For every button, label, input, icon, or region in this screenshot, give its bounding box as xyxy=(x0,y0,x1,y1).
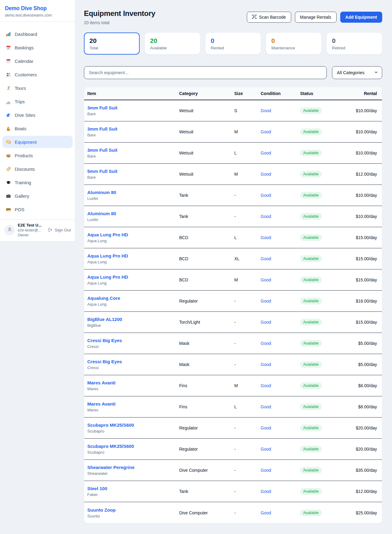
item-cell: Suunto ZoopSuunto xyxy=(87,507,179,518)
stat-card-retired[interactable]: 0Retired xyxy=(326,32,382,55)
sidebar-item-customers[interactable]: Customers xyxy=(2,68,73,81)
manage-rentals-button[interactable]: Manage Rentals xyxy=(295,12,337,23)
condition-link[interactable]: Good xyxy=(261,299,300,303)
item-name-link[interactable]: Aluminum 80 xyxy=(87,190,179,195)
status-badge: Available xyxy=(300,107,322,114)
item-cell: Aqualung CoreAqua Lung xyxy=(87,296,179,307)
graduation-cap-icon xyxy=(6,180,11,185)
bar-chart-icon xyxy=(6,31,11,37)
condition-link[interactable]: Good xyxy=(261,425,300,430)
shop-name[interactable]: Demo Dive Shop xyxy=(5,5,70,12)
sign-out-button[interactable]: Sign Out xyxy=(48,227,71,233)
barcode-scan-icon xyxy=(252,14,257,20)
condition-link[interactable]: Good xyxy=(261,256,300,261)
sidebar-item-equipment[interactable]: Equipment xyxy=(2,136,73,148)
sidebar-item-label: Training xyxy=(15,180,31,185)
item-name-link[interactable]: BigBlue AL1200 xyxy=(87,317,179,322)
stat-card-rented[interactable]: 0Rented xyxy=(205,32,261,55)
table-row: Aqua Lung Pro HDAqua LungBCDMGoodAvailab… xyxy=(84,269,382,291)
category-select[interactable]: All Categories xyxy=(332,66,382,79)
condition-link[interactable]: Good xyxy=(261,404,300,409)
item-cell: Aqua Lung Pro HDAqua Lung xyxy=(87,274,179,285)
item-name-link[interactable]: Mares Avanti xyxy=(87,401,179,406)
item-name-link[interactable]: Aluminum 80 xyxy=(87,211,179,216)
condition-link[interactable]: Good xyxy=(261,108,300,113)
item-name-link[interactable]: Suunto Zoop xyxy=(87,507,179,513)
item-name-link[interactable]: 3mm Full Suit xyxy=(87,147,179,153)
sidebar-item-pos[interactable]: POS xyxy=(2,203,73,216)
sidebar-nav: Dashboard17BookingsCalendarCustomersTour… xyxy=(0,22,75,219)
item-name-link[interactable]: 3mm Full Suit xyxy=(87,105,179,110)
condition-link[interactable]: Good xyxy=(261,193,300,198)
condition-link[interactable]: Good xyxy=(261,489,300,494)
sidebar-item-training[interactable]: Training xyxy=(2,176,73,189)
condition-link[interactable]: Good xyxy=(261,383,300,388)
item-name-link[interactable]: Cressi Big Eyes xyxy=(87,359,179,364)
sidebar-item-label: Equipment xyxy=(15,139,37,145)
sidebar-item-products[interactable]: Products xyxy=(2,149,73,162)
item-name-link[interactable]: 3mm Full Suit xyxy=(87,126,179,132)
sidebar-item-bookings[interactable]: 17Bookings xyxy=(2,41,73,54)
item-name-link[interactable]: Cressi Big Eyes xyxy=(87,338,179,343)
item-brand: Bare xyxy=(87,112,179,116)
status-badge: Available xyxy=(300,340,322,347)
item-name-link[interactable]: Steel 100 xyxy=(87,486,179,491)
stat-value: 20 xyxy=(89,37,134,45)
condition-link[interactable]: Good xyxy=(261,447,300,452)
item-name-link[interactable]: Aqua Lung Pro HD xyxy=(87,253,179,258)
item-brand: Scubapro xyxy=(87,429,179,433)
rental-cell: $8.00/day xyxy=(346,404,377,409)
condition-link[interactable]: Good xyxy=(261,277,300,282)
stat-card-available[interactable]: 20Available xyxy=(145,32,200,55)
condition-link[interactable]: Good xyxy=(261,235,300,240)
condition-link[interactable]: Good xyxy=(261,129,300,134)
item-name-link[interactable]: Shearwater Peregrine xyxy=(87,465,179,470)
status-badge: Available xyxy=(300,467,322,474)
item-brand: Bare xyxy=(87,133,179,137)
item-name-link[interactable]: Aqua Lung Pro HD xyxy=(87,274,179,280)
sidebar-item-tours[interactable]: Tours xyxy=(2,82,73,94)
stat-card-total[interactable]: 20Total xyxy=(84,32,140,55)
item-name-link[interactable]: 5mm Full Suit xyxy=(87,169,179,174)
status-badge: Available xyxy=(300,255,322,262)
stat-value: 20 xyxy=(150,37,195,45)
rental-cell: $10.00/day xyxy=(346,108,377,113)
scan-barcode-button[interactable]: Scan Barcode xyxy=(247,12,291,23)
sidebar-item-boats[interactable]: Boats xyxy=(2,122,73,135)
status-cell: Available xyxy=(300,319,346,326)
item-cell: Aluminum 80Luxfer xyxy=(87,211,179,222)
condition-link[interactable]: Good xyxy=(261,172,300,177)
condition-link[interactable]: Good xyxy=(261,341,300,346)
condition-link[interactable]: Good xyxy=(261,362,300,367)
price-tag-icon xyxy=(6,166,11,172)
page-header: Equipment Inventory 20 items total Scan … xyxy=(84,9,382,25)
condition-link[interactable]: Good xyxy=(261,320,300,325)
rental-cell: $20.00/day xyxy=(346,425,377,430)
item-name-link[interactable]: Scubapro MK25/S600 xyxy=(87,444,179,449)
category-cell: Wetsuit xyxy=(179,108,234,113)
add-equipment-button[interactable]: Add Equipment xyxy=(340,12,382,23)
item-name-link[interactable]: Scubapro MK25/S600 xyxy=(87,422,179,428)
sidebar-item-trips[interactable]: Trips xyxy=(2,95,73,108)
item-cell: Mares AvantiMares xyxy=(87,380,179,391)
sidebar-item-discounts[interactable]: Discounts xyxy=(2,163,73,175)
item-brand: Aqua Lung xyxy=(87,281,179,285)
sidebar-item-dive-sites[interactable]: Dive Sites xyxy=(2,109,73,121)
item-name-link[interactable]: Aqualung Core xyxy=(87,296,179,301)
condition-link[interactable]: Good xyxy=(261,214,300,219)
rental-cell: $10.00/day xyxy=(346,151,377,155)
sidebar-item-calendar[interactable]: Calendar xyxy=(2,55,73,67)
category-cell: Torch/Light xyxy=(179,320,234,325)
item-name-link[interactable]: Aqua Lung Pro HD xyxy=(87,232,179,237)
rental-cell: $15.00/day xyxy=(346,320,377,325)
sidebar-item-gallery[interactable]: Gallery xyxy=(2,190,73,202)
condition-link[interactable]: Good xyxy=(261,468,300,473)
sidebar-item-dashboard[interactable]: Dashboard xyxy=(2,28,73,40)
stats-row: 20Total20Available0Rented0Maintenance0Re… xyxy=(84,32,382,55)
condition-link[interactable]: Good xyxy=(261,151,300,155)
item-name-link[interactable]: Mares Avanti xyxy=(87,380,179,385)
stat-card-maintenance[interactable]: 0Maintenance xyxy=(266,32,322,55)
condition-link[interactable]: Good xyxy=(261,510,300,515)
search-input[interactable] xyxy=(84,66,327,79)
sidebar-item-label: Dive Sites xyxy=(15,113,36,118)
